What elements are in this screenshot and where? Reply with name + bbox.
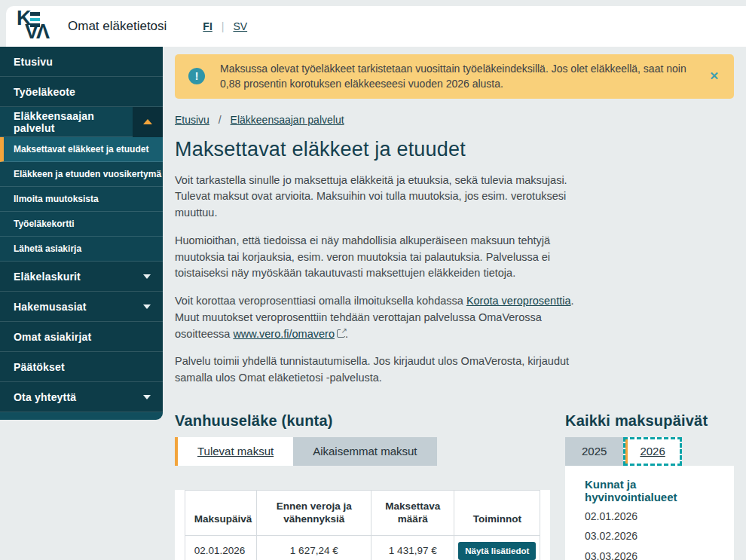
paydate-item: 03.02.2026 bbox=[585, 526, 716, 546]
payments-card: Maksupäivä Ennen veroja ja vähennyksiä M… bbox=[175, 490, 550, 560]
sidebar-subitem-label: Lähetä asiakirja bbox=[14, 243, 81, 254]
sidebar-subitem-label: Ilmoita muutoksista bbox=[14, 194, 99, 204]
app-title: Omat eläketietosi bbox=[68, 19, 167, 34]
paydates-tabs: 2025 2026 bbox=[565, 437, 734, 466]
sidebar-subitem-label: Maksettavat eläkkeet ja etuudet bbox=[14, 144, 148, 155]
lang-separator: | bbox=[222, 20, 225, 32]
breadcrumb-parent-link[interactable]: Eläkkeensaajan palvelut bbox=[231, 114, 344, 126]
korota-veroprosenttia-link[interactable]: Korota veroprosenttia bbox=[466, 295, 571, 307]
chevron-up-icon bbox=[143, 119, 152, 124]
sidebar-footer bbox=[0, 412, 163, 420]
sidebar-item-label: Hakemusasiat bbox=[14, 301, 87, 313]
breadcrumb: Etusivu / Eläkkeensaajan palvelut bbox=[175, 114, 734, 126]
tab-2025[interactable]: 2025 bbox=[565, 437, 623, 466]
tab-tulevat-maksut[interactable]: Tulevat maksut bbox=[175, 437, 293, 466]
paragraph-1: Voit tarkastella sinulle jo maksettuja e… bbox=[175, 173, 588, 222]
sidebar-item-label: Omat asiakirjat bbox=[14, 331, 91, 343]
language-switcher: FI | SV bbox=[203, 20, 247, 32]
sidebar-item-tyoelakeote[interactable]: Työeläkeote bbox=[0, 77, 163, 107]
logo-letters-va: VΛ bbox=[25, 20, 47, 44]
sidebar-item-ota-yhteytta[interactable]: Ota yhteyttä bbox=[0, 382, 163, 412]
intro-text: Voit tarkastella sinulle jo maksettuja e… bbox=[175, 173, 588, 387]
paydate-item: 03.03.2026 bbox=[585, 546, 716, 560]
paydate-item: 02.01.2026 bbox=[585, 506, 716, 527]
sidebar-item-omat-asiakirjat[interactable]: Omat asiakirjat bbox=[0, 322, 163, 352]
sidebar-nav: Etusivu Työeläkeote Eläkkeensaajan palve… bbox=[0, 47, 163, 420]
sidebar-item-label: Eläkelaskurit bbox=[14, 271, 81, 283]
page-title: Maksettavat eläkkeet ja etuudet bbox=[175, 138, 734, 161]
sidebar-item-etusivu[interactable]: Etusivu bbox=[0, 47, 163, 77]
bottom-columns: Vanhuuseläke (kunta) Tulevat maksut Aika… bbox=[175, 412, 734, 560]
omavero-link[interactable]: www.vero.fi/omavero bbox=[233, 328, 335, 340]
app-header: K VΛ Omat eläketietosi FI | SV bbox=[6, 6, 746, 47]
paydates-section-title: Kaikki maksupäivät bbox=[565, 412, 734, 430]
column-header-maksettava-maara: Maksettava määrä bbox=[371, 490, 454, 535]
column-header-toiminnot: Toiminnot bbox=[454, 490, 540, 535]
cell-gross: 1 627,24 € bbox=[257, 535, 371, 560]
sidebar-item-hakemusasiat[interactable]: Hakemusasiat bbox=[0, 292, 163, 322]
sidebar-subitem-label: Eläkkeen ja etuuden vuosikertymä bbox=[14, 169, 161, 179]
chevron-down-icon bbox=[143, 274, 151, 279]
tab-aikaisemmat-maksut[interactable]: Aikaisemmat maksut bbox=[293, 437, 436, 466]
paragraph-3: Voit korottaa veroprosenttiasi omalla il… bbox=[175, 293, 588, 342]
column-header-maksupaiva: Maksupäivä bbox=[185, 490, 257, 535]
table-row: 02.01.2026 1 627,24 € 1 431,97 € Näytä l… bbox=[185, 535, 540, 560]
keva-logo[interactable]: K VΛ bbox=[17, 9, 57, 44]
info-icon bbox=[188, 68, 205, 84]
paydates-list: 02.01.2026 03.02.2026 03.03.2026 02.04.2… bbox=[585, 506, 716, 560]
cell-net: 1 431,97 € bbox=[371, 535, 454, 560]
sidebar-item-label: Ota yhteyttä bbox=[14, 391, 76, 403]
payments-tabs: Tulevat maksut Aikaisemmat maksut bbox=[175, 437, 550, 466]
paydates-section: Kaikki maksupäivät 2025 2026 Kunnat ja h… bbox=[565, 412, 734, 560]
pension-payments-section: Vanhuuseläke (kunta) Tulevat maksut Aika… bbox=[175, 412, 550, 560]
table-header-row: Maksupäivä Ennen veroja ja vähennyksiä M… bbox=[185, 490, 540, 535]
paragraph-4: Palvelu toimii yhdellä tunnistautumisell… bbox=[175, 353, 588, 387]
breadcrumb-separator: / bbox=[219, 114, 222, 126]
sidebar-item-label: Etusivu bbox=[14, 56, 53, 68]
paydates-card: Kunnat ja hyvinvointialueet 02.01.2026 0… bbox=[565, 466, 734, 560]
chevron-down-icon bbox=[143, 304, 151, 309]
banner-text: Maksussa olevat työeläkkeet tarkistetaan… bbox=[220, 61, 692, 92]
sidebar-item-elakelaskurit[interactable]: Eläkelaskurit bbox=[0, 262, 163, 292]
sidebar-subitem-laheta-asiakirja[interactable]: Lähetä asiakirja bbox=[0, 237, 163, 262]
paragraph-2: Huomioithan, että tiedoissa ei näy mahdo… bbox=[175, 233, 588, 282]
sidebar-subitem-maksettavat-elakkeet[interactable]: Maksettavat eläkkeet ja etuudet bbox=[0, 137, 163, 162]
tab-2026[interactable]: 2026 bbox=[623, 437, 681, 466]
sidebar-item-paatokset[interactable]: Päätökset bbox=[0, 352, 163, 382]
sidebar-item-label: Eläkkeensaajan palvelut bbox=[14, 110, 133, 134]
notification-banner: Maksussa olevat työeläkkeet tarkistetaan… bbox=[175, 54, 734, 99]
chevron-down-icon bbox=[143, 395, 151, 399]
sidebar-item-label: Päätökset bbox=[14, 361, 65, 373]
pension-section-title: Vanhuuseläke (kunta) bbox=[175, 412, 550, 430]
main-content: Maksussa olevat työeläkkeet tarkistetaan… bbox=[163, 47, 746, 560]
column-header-ennen-veroja: Ennen veroja ja vähennyksiä bbox=[257, 490, 371, 535]
close-icon[interactable]: ✕ bbox=[705, 66, 723, 86]
lang-sv-link[interactable]: SV bbox=[233, 20, 247, 32]
show-details-button[interactable]: Näytä lisätiedot bbox=[458, 542, 536, 560]
breadcrumb-home-link[interactable]: Etusivu bbox=[175, 114, 209, 126]
sidebar-subitem-ilmoita-muutoksista[interactable]: Ilmoita muutoksista bbox=[0, 187, 163, 212]
sidebar-subitem-label: Työeläkekortti bbox=[14, 219, 74, 229]
sidebar-subitem-vuosikertyma[interactable]: Eläkkeen ja etuuden vuosikertymä bbox=[0, 162, 163, 187]
payments-table: Maksupäivä Ennen veroja ja vähennyksiä M… bbox=[185, 490, 541, 560]
collapse-toggle[interactable] bbox=[133, 107, 163, 137]
sidebar-subitem-tyoelakekortti[interactable]: Työeläkekortti bbox=[0, 212, 163, 237]
cell-date: 02.01.2026 bbox=[185, 535, 257, 560]
paragraph-3-text: Voit korottaa veroprosenttiasi omalla il… bbox=[175, 295, 466, 307]
lang-fi-link[interactable]: FI bbox=[203, 20, 212, 32]
sidebar-item-label: Työeläkeote bbox=[14, 86, 75, 98]
sidebar-item-elakkeensaajan-palvelut[interactable]: Eläkkeensaajan palvelut bbox=[0, 107, 163, 137]
external-link-icon bbox=[337, 329, 345, 338]
paydates-group-title: Kunnat ja hyvinvointialueet bbox=[585, 478, 716, 503]
